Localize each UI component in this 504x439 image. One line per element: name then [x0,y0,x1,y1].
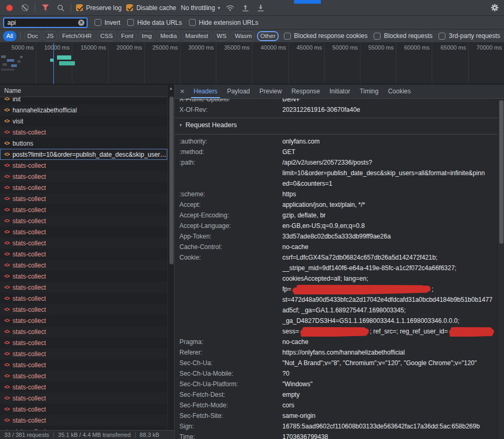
request-row[interactable]: <>stats-collect [0,404,167,415]
filter-button[interactable] [40,3,51,13]
filter-chip-img[interactable]: Img [139,31,155,41]
details-scrollbar[interactable] [498,99,504,439]
disable-cache-checkbox[interactable]: Disable cache [126,4,176,12]
request-row[interactable]: <>stats-collect [0,304,167,315]
request-row[interactable]: <>stats-collect [0,393,167,404]
record-button[interactable] [4,3,15,13]
request-error-icon: <> [4,362,9,368]
import-har-button[interactable] [240,3,251,13]
checkbox-3rd-party-requests[interactable]: 3rd-party requests [439,32,500,40]
checkbox-hide-data-urls[interactable]: Hide data URLs [127,19,182,26]
request-row[interactable]: <>stats-collect [0,282,167,293]
redaction-scribble [292,285,431,294]
scrollbar-thumb[interactable] [169,97,174,264]
request-list-header[interactable]: Name [0,84,174,97]
filter-chip-manifest[interactable]: Manifest [182,31,211,41]
filter-chip-css[interactable]: CSS [97,31,116,41]
request-row[interactable]: <>stats-collect [0,359,167,370]
checkbox-hide-extension-urls[interactable]: Hide extension URLs [189,19,259,26]
filter-chip-js[interactable]: JS [43,31,56,41]
request-row[interactable]: <>stats-collect [0,204,167,215]
request-row[interactable]: <>stats-collect [0,370,167,381]
request-row[interactable]: <>stats-collect [0,171,167,182]
tab-payload[interactable]: Payload [222,84,254,98]
filter-chip-font[interactable]: Font [118,31,137,41]
filter-chip-wasm[interactable]: Wasm [232,31,255,41]
disable-cache-label: Disable cache [136,4,176,12]
header-name: Pragma: [179,337,282,347]
request-row[interactable]: <>stats-collect [0,381,167,393]
checkbox-blocked-response-cookies[interactable]: Blocked response cookies [284,32,367,40]
request-row[interactable]: <>stats-collect [0,182,167,193]
timeline-tick-label: 70000 ms [477,44,502,51]
request-name: stats-collect [13,317,46,325]
preserve-log-checkbox[interactable]: Preserve log [76,4,121,12]
request-row[interactable]: <>hannahelizabethofficial [0,104,167,116]
request-row[interactable]: <>stats-collect [0,315,167,326]
checkbox-label: Invert [104,19,120,26]
throttling-select[interactable]: No throttling ▾ [181,4,220,12]
filter-input[interactable]: api × [3,17,88,28]
request-row[interactable]: <>stats-collect [0,415,167,426]
filter-chip-other[interactable]: Other [257,31,279,41]
request-row[interactable]: <>posts?limit=10&order=publish_date_desc… [0,149,167,160]
request-list-scrollbar[interactable]: ▲ [167,85,174,430]
request-row[interactable]: <>stats-collect [0,237,167,249]
close-icon[interactable]: × [177,87,189,97]
timeline-tick-label: 25000 ms [153,44,178,51]
request-row[interactable]: <>stats-collect [0,326,167,337]
tab-preview[interactable]: Preview [255,84,287,98]
tab-headers[interactable]: Headers [189,84,222,98]
header-name: :path: [179,157,282,189]
request-script-icon: <> [4,151,9,157]
request-script-icon: <> [4,118,9,124]
request-row[interactable]: <>stats-collect [0,127,167,138]
resources-size: 88.3 kB [140,432,159,438]
settings-button[interactable] [489,3,500,13]
checkbox-invert[interactable]: Invert [94,19,120,26]
scrollbar-thumb[interactable] [499,100,503,244]
tab-initiator[interactable]: Initiator [325,84,355,98]
header-row: Sec-Fetch-Site:same-origin [179,411,498,421]
header-value: gzip, deflate, br [282,210,498,221]
export-har-button[interactable] [255,3,266,13]
tab-timing[interactable]: Timing [355,84,384,98]
header-row: Sec-Ch-Ua:"Not_A Brand";v="8", "Chromium… [179,358,498,368]
request-row[interactable]: <>stats-collect [0,260,167,271]
request-row[interactable]: <>stats-collect [0,215,167,226]
network-conditions-button[interactable] [225,3,235,13]
filter-chip-ws[interactable]: WS [214,31,230,41]
request-row[interactable]: <>visit [0,116,167,127]
request-row[interactable]: <>stats-collect [0,160,167,171]
checkbox-blocked-requests[interactable]: Blocked requests [374,32,432,40]
request-row[interactable]: <>stats-collect [0,337,167,348]
request-row[interactable]: <>stats-collect [0,226,167,237]
filter-chip-media[interactable]: Media [157,31,180,41]
network-extra-checkboxes: Blocked response cookiesBlocked requests… [284,32,500,40]
clear-button[interactable] [20,3,30,13]
filter-chip-doc[interactable]: Doc [24,31,41,41]
request-row[interactable]: <>stats-collect [0,348,167,359]
timeline-gridline [468,43,469,84]
clear-filter-icon[interactable]: × [78,20,84,26]
request-name: stats-collect [13,417,46,424]
tab-cookies[interactable]: Cookies [383,84,415,98]
timeline-tick-label: 10000 ms [44,44,70,51]
scroll-up-icon[interactable]: ▲ [169,86,173,91]
request-name: posts?limit=10&order=publish_date_desc&s… [13,151,166,158]
search-button[interactable] [55,3,66,13]
timeline-overview[interactable]: 5000 ms10000 ms15000 ms20000 ms25000 ms3… [0,43,504,84]
filter-chip-all[interactable]: All [3,31,16,41]
checkbox-box [126,4,133,11]
tab-response[interactable]: Response [287,84,325,98]
timeline-tick-label: 50000 ms [332,44,358,51]
request-row[interactable]: <>stats-collect [0,193,167,204]
request-row[interactable]: <>buttons [0,138,167,149]
request-row[interactable]: <>stats-collect [0,271,167,282]
request-row[interactable]: <>stats-collect [0,426,167,430]
request-row[interactable]: <>stats-collect [0,293,167,304]
filter-chip-fetch-xhr[interactable]: Fetch/XHR [59,31,95,41]
request-headers-section[interactable]: ▾ Request Headers [179,118,498,131]
request-row[interactable]: <>stats-collect [0,249,167,260]
request-row[interactable]: <>init [0,97,167,104]
